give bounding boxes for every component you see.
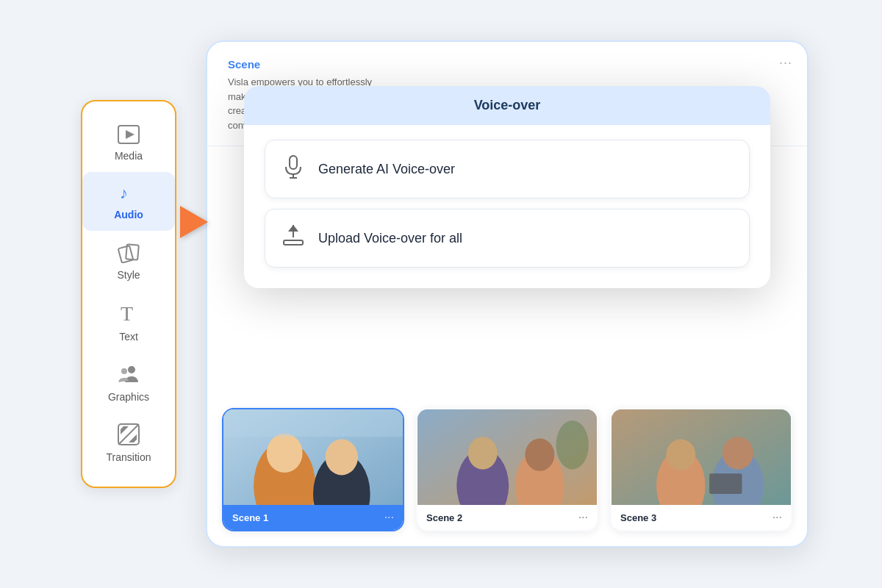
clip-thumbnail-1 [223,409,403,505]
microphone-icon [283,155,304,183]
svg-text:T: T [121,302,133,325]
svg-point-28 [525,438,554,470]
svg-point-32 [666,440,695,470]
clip-name-1: Scene 1 [232,512,268,523]
sidebar: Media ♪ Audio Style [81,100,176,488]
clip-more-2[interactable]: ··· [578,511,588,524]
sidebar-text-label: Text [119,331,138,343]
clip-more-1[interactable]: ··· [384,511,394,524]
clip-card-scene2[interactable]: Scene 2 ··· [416,408,598,531]
svg-rect-23 [223,409,403,437]
voiceover-title: Voice-over [474,98,541,112]
svg-point-34 [723,437,753,469]
clip-thumbnail-3 [612,409,791,505]
voiceover-popup: Voice-over Generate AI Voice-over [244,86,770,288]
sidebar-item-transition[interactable]: Transition [82,413,175,473]
upload-voiceover-label: Upload Voice-over for all [318,231,462,246]
clip-footer-2: Scene 2 ··· [417,505,597,530]
sidebar-item-media[interactable]: Media [82,115,175,172]
svg-marker-17 [288,225,298,232]
media-icon [118,125,140,147]
scene-title: Scene [228,58,786,71]
clip-thumbnail-2 [417,409,597,505]
clip-more-3[interactable]: ··· [772,511,782,524]
svg-point-6 [128,366,135,373]
arrow-pointer [180,206,208,238]
clip-footer-3: Scene 3 ··· [612,505,791,530]
sidebar-graphics-label: Graphics [108,391,149,403]
audio-icon: ♪ [118,182,139,206]
clip-name-3: Scene 3 [620,512,656,523]
clips-area: Scene 1 ··· [222,408,792,531]
text-icon: T [118,301,139,328]
sidebar-media-label: Media [115,150,143,162]
svg-marker-1 [126,130,135,139]
svg-point-20 [267,434,303,473]
clip-card-scene3[interactable]: Scene 3 ··· [610,408,792,531]
transition-icon [118,423,140,448]
svg-marker-10 [121,426,129,434]
generate-ai-voiceover-button[interactable]: Generate AI Voice-over [265,140,750,198]
clip-name-2: Scene 2 [426,512,462,523]
svg-line-9 [118,424,139,445]
svg-marker-11 [129,434,137,442]
sidebar-transition-label: Transition [107,451,151,463]
main-panel: Scene Visla empowers you to effortlessly… [206,40,808,548]
graphics-icon [117,363,140,388]
style-icon [118,241,140,266]
svg-rect-12 [290,156,297,169]
voiceover-header: Voice-over [244,86,770,125]
generate-ai-voiceover-label: Generate AI Voice-over [318,162,455,177]
clip-footer-1: Scene 1 ··· [223,505,403,530]
svg-point-7 [121,368,127,374]
sidebar-item-graphics[interactable]: Graphics [82,353,175,413]
scene-more-button[interactable]: ··· [779,55,792,71]
svg-point-26 [468,437,498,469]
sidebar-audio-label: Audio [114,209,143,220]
voiceover-body: Generate AI Voice-over Upload Voice-over… [244,125,770,288]
sidebar-style-label: Style [117,269,140,281]
svg-point-22 [326,440,358,476]
sidebar-item-audio[interactable]: ♪ Audio [82,172,175,231]
sidebar-item-text[interactable]: T Text [82,291,175,353]
svg-point-29 [556,420,589,470]
svg-rect-15 [284,240,303,245]
svg-text:♪: ♪ [120,184,128,202]
svg-rect-35 [709,473,742,494]
upload-icon [283,224,304,252]
upload-voiceover-button[interactable]: Upload Voice-over for all [265,209,750,268]
clip-card-scene1[interactable]: Scene 1 ··· [222,408,404,531]
sidebar-item-style[interactable]: Style [82,231,175,291]
